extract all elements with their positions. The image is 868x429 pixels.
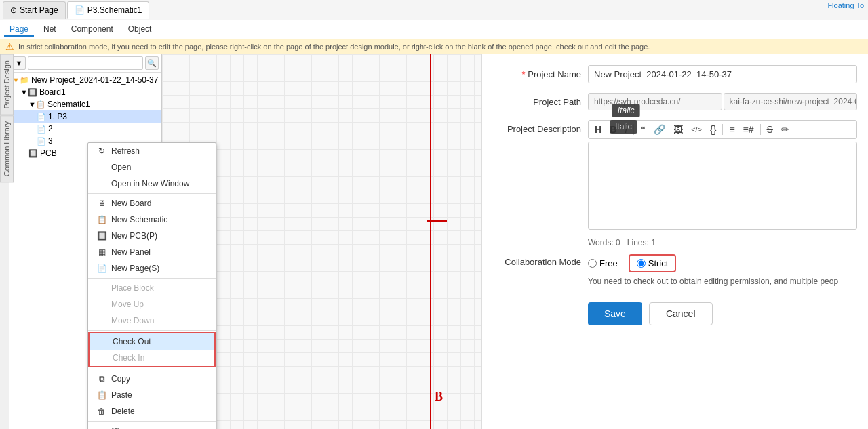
warning-icon: ⚠ [5,41,14,52]
separator-1 [88,193,216,194]
toolbar-edit[interactable]: ✏ [779,123,791,136]
collaboration-mode-row: Collaboration Mode Free Strict You need … [493,254,857,286]
menu-new-page[interactable]: 📄 New Page(S) [88,260,216,277]
toolbar-heading[interactable]: H [593,123,604,136]
toolbar-list-ordered[interactable]: ≡# [741,123,756,136]
project-name-row: * Project Name [493,65,857,83]
tree-item-p2[interactable]: 📄 2 [9,123,161,135]
toolbar-link[interactable]: 🔗 [652,123,667,136]
tree-item-schematic1[interactable]: ▼📋 Schematic1 [9,98,161,110]
tree-item-board1[interactable]: ▼🔲 Board1 [9,86,161,98]
tab-schematic[interactable]: 📄 P3.Schematic1 [67,1,150,19]
radio-strict[interactable] [637,259,646,268]
tab-bar: ⊙ Start Page 📄 P3.Schematic1 [0,0,868,20]
page-icon-2: 📄 [37,125,46,134]
schematic-label: P3.Schematic1 [87,5,142,15]
toolbar-strikethrough[interactable]: S [765,123,775,136]
menu-refresh[interactable]: ↻ Refresh [88,143,216,159]
new-board-icon: 🖥 [96,199,107,208]
canvas-horizontal-line [427,220,447,222]
toolbar-quote[interactable]: ❝ [638,123,648,136]
project-name-input[interactable] [588,65,857,83]
option-free[interactable]: Free [588,258,618,268]
menu-open-new-window[interactable]: Open in New Window [88,176,216,192]
copy-icon: ⧉ [96,374,107,384]
warning-bar: ⚠ In strict collaboration mode, if you n… [0,39,868,54]
project-path-input2: kai-fa-zu-ce-shi/new-project_2024-01-2 [724,93,858,110]
button-row: Save Cancel [588,302,857,325]
menu-move-down: Move Down [88,312,216,329]
left-tab-common[interactable]: Common Library [0,115,14,182]
project-desc-label: Project Description [493,120,588,134]
nav-tab-net[interactable]: Net [38,23,62,37]
collab-note: You need to check out to obtain editing … [588,277,838,286]
tree-panel: ▼ 🔍 ▼📁 New Project_2024-01-22_14-50-37 ▼… [9,54,162,429]
schematic-icon: 📄 [75,5,85,15]
new-pcb-icon: 🔲 [96,231,107,241]
nav-tab-component[interactable]: Component [66,23,119,37]
project-path-input1: https://syh-pro.lceda.cn/ [588,93,722,110]
toolbar-list-unordered[interactable]: ≡ [727,123,736,136]
filter-button[interactable]: ▼ [12,56,26,70]
nav-tab-object[interactable]: Object [123,23,157,37]
menu-new-pcb[interactable]: 🔲 New PCB(P) [88,228,216,244]
separator-2 [88,278,216,279]
menu-move-up: Move Up [88,296,216,312]
project-path-label: Project Path [493,97,588,107]
search-button[interactable]: 🔍 [145,56,159,70]
canvas-b-label: B [435,390,443,404]
main-layout: Project Design Common Library ▼ 🔍 ▼📁 New… [0,54,868,429]
start-page-label: Start Page [20,5,58,15]
tree-label-p3b: 3 [48,136,53,146]
tree-label-schematic1: Schematic1 [47,100,90,109]
menu-paste[interactable]: 📋 Paste [88,387,216,403]
search-input[interactable] [28,56,143,70]
menu-copy[interactable]: ⧉ Copy [88,371,216,387]
menu-open[interactable]: Open [88,159,216,176]
nav-tab-page[interactable]: Page [4,23,34,37]
project-path-row: Project Path https://syh-pro.lceda.cn/ k… [493,93,857,110]
option-strict[interactable]: Strict [637,258,669,268]
nav-bar: Page Net Component Object [0,20,868,39]
tab-start-page[interactable]: ⊙ Start Page [3,1,66,19]
menu-new-schematic[interactable]: 📋 New Schematic [88,211,216,228]
option-strict-label: Strict [648,258,669,268]
page-icon-3: 📄 [37,137,46,146]
save-button[interactable]: Save [588,302,642,325]
menu-place-block: Place Block [88,280,216,296]
radio-free[interactable] [588,259,597,268]
left-tab-project[interactable]: Project Design [0,54,14,115]
editor-body[interactable] [588,142,857,230]
tree-label-p2: 2 [48,124,53,134]
word-count: Words: 0 [588,238,620,247]
new-schematic-icon: 📋 [96,215,107,224]
pcb-icon: 🔲 [28,149,38,158]
option-free-label: Free [599,258,618,268]
menu-delete[interactable]: 🗑 Delete [88,403,216,420]
toolbar-code-block[interactable]: {} [708,123,718,136]
project-settings-dialog: * Project Name Project Path https://syh-… [481,54,868,429]
left-side-tabs: Project Design Common Library [0,54,14,182]
checkout-section: Check Out Check In [88,332,216,367]
canvas-vertical-line [430,54,431,429]
tree-item-project[interactable]: ▼📁 New Project_2024-01-22_14-50-37 [9,74,161,86]
menu-check-in: Check In [90,350,214,366]
project-desc-row: Project Description H B I Italic ❝ 🔗 🖼 <… [493,120,857,235]
tree-item-p3[interactable]: 📄 1. P3 [9,110,161,123]
separator-5 [88,421,216,422]
line-count: Lines: 1 [627,238,656,247]
menu-check-out[interactable]: Check Out [90,333,214,350]
menu-clone[interactable]: Clone... [88,423,216,429]
italic-tooltip-popup: Italic [610,120,637,134]
toolbar-image[interactable]: 🖼 [671,123,685,136]
menu-new-panel[interactable]: ▦ New Panel [88,244,216,260]
strict-box: Strict [629,254,677,272]
toolbar-code[interactable]: </> [689,124,704,135]
new-page-icon: 📄 [96,264,107,273]
cancel-button[interactable]: Cancel [649,302,713,325]
toolbar-sep-3 [760,124,761,135]
refresh-icon: ↻ [96,146,107,156]
menu-new-board[interactable]: 🖥 New Board [88,195,216,211]
start-page-icon: ⊙ [10,5,17,15]
board-icon: ▼🔲 [20,88,37,97]
